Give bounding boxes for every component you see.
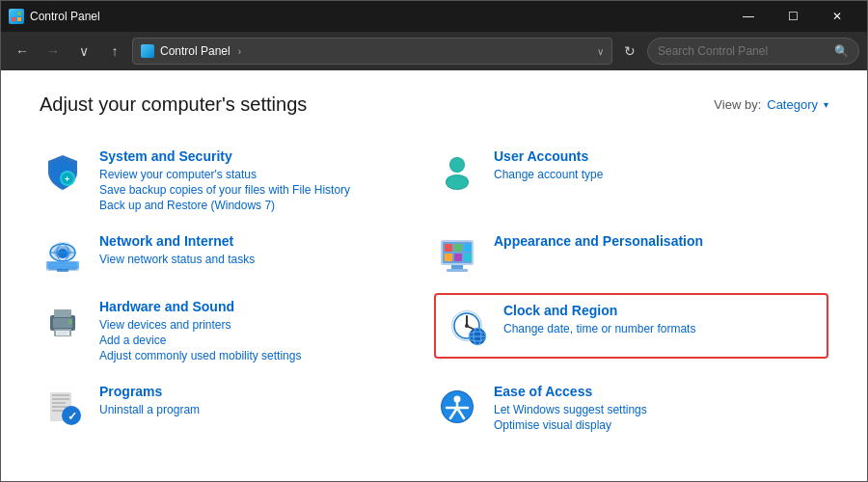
user-accounts-link-1[interactable]: Change account type xyxy=(494,168,603,181)
svg-text:+: + xyxy=(65,174,69,184)
up-button[interactable]: ↑ xyxy=(101,38,128,65)
svg-rect-34 xyxy=(57,332,68,333)
close-button[interactable]: ✕ xyxy=(815,1,859,32)
search-input[interactable] xyxy=(658,44,828,58)
hardware-link-1[interactable]: View devices and printers xyxy=(99,318,301,332)
address-chevron: › xyxy=(238,46,241,57)
system-security-link-1[interactable]: Review your computer's status xyxy=(99,168,350,181)
back-button[interactable]: ← xyxy=(9,38,36,65)
forward-button[interactable]: → xyxy=(40,38,67,65)
address-bar: ← → ∨ ↑ Control Panel › ∨ ↻ 🔍 xyxy=(1,32,867,70)
svg-rect-53 xyxy=(52,410,64,412)
svg-rect-28 xyxy=(447,269,468,272)
category-clock-region: Clock and Region Change date, time or nu… xyxy=(434,293,828,359)
view-by-arrow-icon[interactable]: ▾ xyxy=(824,99,828,110)
hardware-title[interactable]: Hardware and Sound xyxy=(99,299,301,314)
system-security-title[interactable]: System and Security xyxy=(99,148,350,164)
category-hardware: Hardware and Sound View devices and prin… xyxy=(40,289,434,374)
refresh-button[interactable]: ↻ xyxy=(616,38,643,65)
hardware-icon xyxy=(40,299,86,345)
header-row: Adjust your computer's settings View by:… xyxy=(40,94,828,116)
clock-icon xyxy=(444,303,490,349)
svg-rect-22 xyxy=(454,244,462,252)
clock-region-content: Clock and Region Change date, time or nu… xyxy=(503,303,695,337)
system-security-link-3[interactable]: Back up and Restore (Windows 7) xyxy=(99,199,350,212)
clock-region-link-1[interactable]: Change date, time or number formats xyxy=(503,322,695,335)
hardware-link-3[interactable]: Adjust commonly used mobility settings xyxy=(99,349,301,362)
network-link-1[interactable]: View network status and tasks xyxy=(99,253,255,266)
category-network: Network and Internet View network status… xyxy=(40,224,434,289)
programs-title[interactable]: Programs xyxy=(99,384,200,399)
category-programs: ✓ Programs Uninstall a program xyxy=(40,374,434,443)
svg-rect-3 xyxy=(17,17,21,21)
title-bar: Control Panel — ☐ ✕ xyxy=(1,1,867,32)
hardware-link-2[interactable]: Add a device xyxy=(99,334,301,347)
svg-point-9 xyxy=(450,158,464,172)
address-icon xyxy=(141,44,154,58)
category-user-accounts: User Accounts Change account type xyxy=(434,139,828,224)
view-by-control: View by: Category ▾ xyxy=(714,97,828,112)
user-accounts-icon xyxy=(434,148,480,195)
window-controls: — ☐ ✕ xyxy=(726,1,859,32)
svg-text:✓: ✓ xyxy=(68,410,77,423)
view-by-label: View by: xyxy=(714,97,761,112)
search-box: 🔍 xyxy=(647,38,859,65)
network-icon xyxy=(40,233,86,280)
svg-rect-49 xyxy=(52,394,69,396)
category-clock-region-wrapper: Clock and Region Change date, time or nu… xyxy=(434,289,828,374)
svg-point-42 xyxy=(465,324,469,328)
svg-rect-33 xyxy=(56,331,69,335)
appearance-content: Appearance and Personalisation xyxy=(494,233,703,253)
svg-point-10 xyxy=(447,175,468,189)
svg-rect-24 xyxy=(445,254,452,261)
maximize-button[interactable]: ☐ xyxy=(771,1,815,32)
programs-content: Programs Uninstall a program xyxy=(99,384,200,418)
svg-rect-51 xyxy=(52,402,66,404)
window-icon xyxy=(9,9,24,24)
appearance-icon xyxy=(434,233,480,280)
hardware-content: Hardware and Sound View devices and prin… xyxy=(99,299,301,364)
svg-rect-31 xyxy=(54,309,71,317)
categories-grid: + System and Security Review your comput… xyxy=(40,139,828,443)
svg-rect-0 xyxy=(12,12,15,15)
network-title[interactable]: Network and Internet xyxy=(99,233,255,249)
window-title: Control Panel xyxy=(30,10,726,23)
user-accounts-title[interactable]: User Accounts xyxy=(494,148,603,164)
ease-access-title[interactable]: Ease of Access xyxy=(494,384,647,399)
network-content: Network and Internet View network status… xyxy=(99,233,255,268)
main-window: Control Panel — ☐ ✕ ← → ∨ ↑ Control Pane… xyxy=(0,0,868,482)
svg-point-36 xyxy=(68,320,72,324)
ease-access-link-2[interactable]: Optimise visual display xyxy=(494,418,647,432)
system-security-icon: + xyxy=(40,148,86,195)
svg-rect-23 xyxy=(464,244,472,252)
ease-access-content: Ease of Access Let Windows suggest setti… xyxy=(494,384,647,434)
programs-icon: ✓ xyxy=(40,384,86,430)
category-appearance: Appearance and Personalisation xyxy=(434,224,828,289)
svg-rect-50 xyxy=(52,398,69,400)
svg-rect-2 xyxy=(12,17,15,21)
svg-rect-17 xyxy=(46,261,79,269)
dropdown-button[interactable]: ∨ xyxy=(70,38,97,65)
address-path: Control Panel xyxy=(160,44,231,58)
user-accounts-content: User Accounts Change account type xyxy=(494,148,603,183)
system-security-content: System and Security Review your computer… xyxy=(99,148,350,214)
appearance-title[interactable]: Appearance and Personalisation xyxy=(494,233,703,249)
ease-access-icon xyxy=(434,384,480,430)
view-by-dropdown[interactable]: Category xyxy=(767,97,818,112)
svg-rect-1 xyxy=(17,12,21,15)
svg-rect-25 xyxy=(454,254,462,261)
svg-point-13 xyxy=(58,249,68,258)
programs-link-1[interactable]: Uninstall a program xyxy=(99,403,200,416)
system-security-link-2[interactable]: Save backup copies of your files with Fi… xyxy=(99,183,350,197)
search-icon[interactable]: 🔍 xyxy=(834,44,849,58)
svg-rect-26 xyxy=(464,254,472,261)
minimize-button[interactable]: — xyxy=(726,1,771,32)
address-dropdown-arrow[interactable]: ∨ xyxy=(597,46,604,57)
svg-rect-18 xyxy=(57,269,68,272)
svg-rect-21 xyxy=(445,244,452,252)
ease-access-link-1[interactable]: Let Windows suggest settings xyxy=(494,403,647,416)
svg-rect-35 xyxy=(57,334,67,335)
address-box[interactable]: Control Panel › ∨ xyxy=(132,38,612,65)
category-ease-access: Ease of Access Let Windows suggest setti… xyxy=(434,374,828,443)
clock-region-title[interactable]: Clock and Region xyxy=(503,303,695,318)
